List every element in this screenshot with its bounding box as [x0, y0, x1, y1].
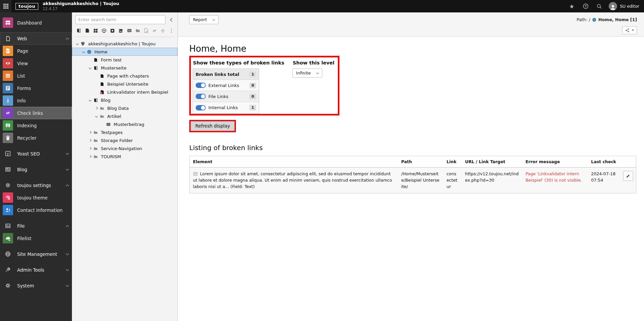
sidebar-item-indexing[interactable]: Indexing: [0, 119, 72, 132]
module-menu-toggle-button[interactable]: [0, 0, 11, 12]
internal-links-toggle[interactable]: [196, 105, 206, 110]
sidebar-section-toujou-settings[interactable]: toujou settings: [0, 179, 72, 191]
tree-item-testpages[interactable]: Testpages: [72, 128, 177, 136]
tree-item-musterseite[interactable]: Musterseite: [72, 64, 177, 72]
tree-item-blog-data[interactable]: Blog Data: [72, 104, 177, 112]
sidebar-item-forms[interactable]: Forms: [0, 82, 72, 94]
tree-item-root[interactable]: akkeshigunakkeshicho | Toujou: [72, 40, 177, 48]
sidebar-item-page[interactable]: Page: [0, 45, 72, 57]
path-root: /: [589, 17, 590, 22]
sidebar-section-yoast-seo[interactable]: y Yoast SEO: [0, 147, 72, 160]
chevron-expanded-icon[interactable]: [94, 113, 99, 119]
tree-item-service-navigation[interactable]: Service-Navigation: [72, 144, 177, 152]
divider-icon[interactable]: [160, 27, 166, 34]
username-label: SU editor: [620, 4, 639, 9]
chevron-expanded-icon[interactable]: [87, 65, 93, 71]
report-module-select[interactable]: Report: [189, 15, 218, 24]
chevron-collapsed-icon[interactable]: [87, 130, 93, 135]
search-icon[interactable]: [595, 2, 604, 11]
sidebar-section-blog[interactable]: Blog: [0, 163, 72, 176]
sidebar-item-label: Filelist: [17, 236, 31, 241]
tree-item-label: Artikel: [107, 114, 121, 119]
edit-button[interactable]: [623, 171, 633, 181]
tree-item-musterbeitrag[interactable]: Musterbeitrag: [72, 120, 177, 128]
sidebar-section-admin-tools[interactable]: Admin Tools: [0, 264, 72, 276]
grid-icon[interactable]: [93, 27, 98, 34]
tree-expander-placeholder: [87, 57, 93, 62]
level-select[interactable]: Infinite: [292, 68, 322, 78]
sidebar-item-contact-information[interactable]: Contact Information: [0, 204, 72, 216]
refresh-display-button[interactable]: Refresh display: [191, 121, 235, 131]
file-links-label: File Links: [208, 94, 228, 99]
sidebar-item-check-links[interactable]: Check links: [0, 107, 72, 119]
chevron-collapsed-icon[interactable]: [87, 138, 93, 143]
url-cell[interactable]: https://v12.toujou.net/index.php?id=30: [462, 168, 522, 193]
page-shortcut-icon[interactable]: [144, 27, 149, 34]
folder-icon: [93, 154, 98, 159]
folder-icon: [93, 138, 98, 143]
element-column-header: Element: [190, 156, 398, 168]
sidebar-section-label: File: [17, 223, 25, 229]
sidebar-item-info[interactable]: Info: [0, 94, 72, 107]
help-icon[interactable]: ?: [581, 2, 590, 11]
chevron-expanded-icon[interactable]: [87, 97, 93, 103]
sidebar-item-recycler[interactable]: Recycler: [0, 132, 72, 144]
sidebar-item-toujou-theme[interactable]: toujou theme: [0, 191, 72, 204]
sidebar-item-label: List: [17, 73, 25, 79]
link-icon[interactable]: [152, 27, 157, 34]
shop-icon[interactable]: [118, 27, 123, 34]
docheader: Report Path: / Home, Home [1]: [178, 12, 644, 37]
sidebar-section-system[interactable]: System: [0, 279, 72, 292]
content-card-icon[interactable]: [126, 27, 132, 34]
collapse-tree-icon[interactable]: [167, 15, 175, 24]
sidebar-item-view[interactable]: View: [0, 57, 72, 70]
chevron-down-icon: [212, 18, 215, 20]
tree-item-form-test[interactable]: Form test: [72, 56, 177, 64]
gear-icon: [3, 280, 13, 291]
sidebar-section-web[interactable]: Web: [0, 32, 72, 45]
tree-item-blog[interactable]: Blog: [72, 96, 177, 104]
chevron-up-icon: [66, 38, 69, 41]
actions-column-header: [620, 156, 636, 168]
sidebar-section-site-management[interactable]: Site Management: [0, 248, 72, 260]
user-menu[interactable]: SU editor: [609, 2, 639, 10]
site-title: akkeshigunakkeshicho | Toujou: [43, 1, 119, 6]
tree-item-home[interactable]: Home: [72, 48, 177, 56]
internal-links-row: Internal Links 1: [193, 102, 259, 113]
tree-item-beispiel-unterseite[interactable]: Beispiel Unterseite: [72, 80, 177, 88]
chevron-up-icon: [66, 184, 69, 188]
badge-star-icon[interactable]: [110, 27, 115, 34]
chevron-expanded-icon[interactable]: [75, 41, 80, 46]
external-links-row: External Links 0: [193, 80, 259, 91]
count-badge: 0: [249, 94, 256, 99]
tree-expander-placeholder: [94, 89, 99, 95]
share-button[interactable]: [622, 26, 637, 34]
sidebar-section-label: Yoast SEO: [17, 151, 40, 156]
tree-item-storage-folder[interactable]: Storage Folder: [72, 136, 177, 144]
chevron-collapsed-icon[interactable]: [94, 105, 99, 111]
chevron-collapsed-icon[interactable]: [87, 154, 93, 159]
tree-item-linkvalidator-intern-beispiel[interactable]: Linkvalidator intern Beispiel: [72, 88, 177, 96]
page-hidden-icon: [99, 89, 105, 95]
current-page-label[interactable]: Home, Home [1]: [598, 17, 637, 22]
sidebar-item-dashboard[interactable]: Dashboard: [0, 16, 72, 29]
chevron-expanded-icon[interactable]: [81, 49, 86, 54]
chevron-collapsed-icon[interactable]: [87, 146, 93, 151]
tree-item-artikel[interactable]: Artikel: [72, 112, 177, 120]
sidebar-section-file[interactable]: File: [0, 220, 72, 232]
file-links-toggle[interactable]: [196, 94, 206, 99]
tree-search-input[interactable]: [75, 15, 165, 24]
bookmark-star-icon[interactable]: ★: [567, 2, 576, 11]
topbar: toujou akkeshigunakkeshicho | Toujou 12.…: [0, 0, 644, 12]
tree-item-tourism[interactable]: TOURISM: [72, 152, 177, 160]
cube-icon[interactable]: [101, 27, 107, 34]
page-icon[interactable]: [84, 27, 90, 34]
page-title: Home, Home: [189, 44, 636, 54]
folder-icon[interactable]: [135, 27, 140, 34]
sidebar-item-filelist[interactable]: Filelist: [0, 232, 72, 244]
tree-item-page-with-chapters[interactable]: Page with chapters: [72, 72, 177, 80]
more-icon[interactable]: ⋮: [169, 28, 174, 34]
external-links-toggle[interactable]: [196, 83, 206, 88]
page-notinmenu-icon[interactable]: [76, 27, 81, 34]
sidebar-item-list[interactable]: List: [0, 70, 72, 82]
